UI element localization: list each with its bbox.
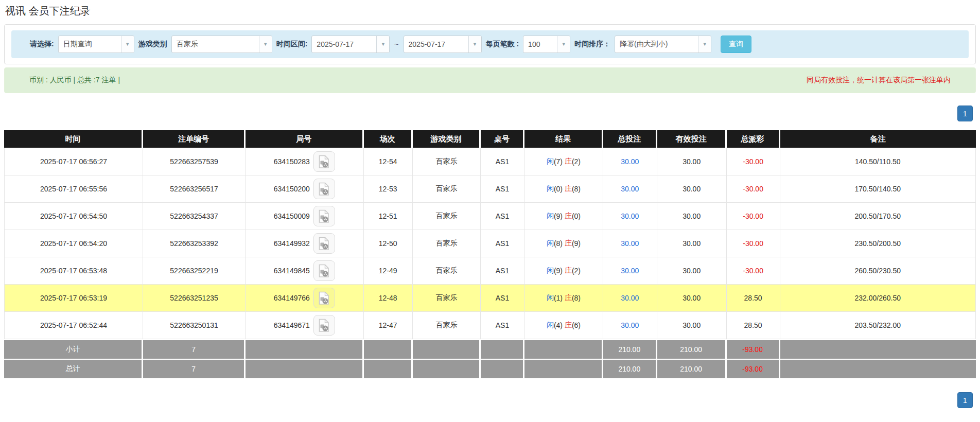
cell-result: 闲(9) 庄(2) (524, 257, 603, 285)
pagination-top: 1 (4, 106, 976, 121)
result-player-score: (4) (554, 321, 563, 329)
cell-bet-number: 522663257539 (143, 148, 246, 175)
date-from-select[interactable]: 2025-07-17 ▼ (311, 36, 390, 53)
cell-valid-bet: 30.00 (657, 257, 727, 285)
cell-time: 2025-07-17 06:52:44 (4, 312, 143, 339)
cell-table-number: AS1 (481, 285, 524, 312)
video-replay-button[interactable] (313, 179, 335, 199)
page-size-select[interactable]: 100 ▼ (523, 36, 570, 53)
result-banker: 庄 (565, 212, 572, 221)
cell-game-type: 百家乐 (413, 148, 481, 175)
page-1-button[interactable]: 1 (957, 106, 973, 121)
summary-row: 小计 7 210.00 210.00 -93.00 (4, 340, 976, 359)
result-player-score: (1) (554, 294, 563, 302)
time-sort-value: 降幂(由大到小) (615, 36, 698, 52)
query-type-label: 请选择: (30, 40, 54, 49)
cell-bet-number: 522663256517 (143, 175, 246, 203)
video-file-icon (318, 155, 330, 169)
currency-total-text: 币别 : 人民币 | 总共 :7 注单 | (29, 76, 120, 85)
notice-text: 同局有效投注，统一计算在该局第一张注单内 (807, 76, 951, 85)
query-type-select[interactable]: 日期查询 ▼ (58, 36, 134, 53)
cell-round-number: 634150200 (246, 175, 363, 203)
result-player-score: (8) (554, 239, 563, 248)
cell-payout: 28.50 (727, 285, 780, 312)
table-row: 2025-07-17 06:54:50 522663254337 6341500… (4, 203, 976, 230)
cell-result: 闲(4) 庄(6) (524, 312, 603, 339)
cell-time: 2025-07-17 06:53:19 (4, 285, 143, 312)
cell-valid-bet: 30.00 (657, 148, 727, 175)
summary-row: 总计 7 210.00 210.00 -93.00 (4, 360, 976, 378)
game-category-label: 游戏类别 (138, 40, 167, 49)
cell-total-bet: 30.00 (603, 285, 657, 312)
cell-game-type: 百家乐 (413, 312, 481, 339)
result-player: 闲 (547, 266, 554, 275)
video-replay-button[interactable] (313, 260, 335, 281)
video-replay-button[interactable] (313, 206, 335, 226)
total-bet-link[interactable]: 30.00 (621, 294, 639, 302)
cell-time: 2025-07-17 06:56:27 (4, 148, 143, 175)
result-player: 闲 (547, 212, 554, 221)
total-bet-link[interactable]: 30.00 (621, 212, 639, 220)
page-1-button[interactable]: 1 (957, 392, 973, 408)
cell-remark: 170.50/140.50 (780, 175, 976, 203)
game-category-value: 百家乐 (172, 36, 259, 52)
cell-result: 闲(1) 庄(8) (524, 285, 603, 312)
column-header: 场次 (364, 130, 413, 148)
summary-count: 7 (143, 360, 246, 378)
total-bet-link[interactable]: 30.00 (621, 185, 639, 193)
currency-summary-bar: 币别 : 人民币 | 总共 :7 注单 | 同局有效投注，统一计算在该局第一张注… (4, 67, 976, 93)
video-replay-button[interactable] (313, 315, 335, 336)
cell-remark: 260.50/230.50 (780, 257, 976, 285)
chevron-down-icon: ▼ (557, 36, 570, 52)
cell-time: 2025-07-17 06:53:48 (4, 257, 143, 285)
video-replay-button[interactable] (313, 233, 335, 254)
summary-label: 总计 (4, 360, 143, 378)
total-bet-link[interactable]: 30.00 (621, 239, 639, 248)
summary-label: 小计 (4, 340, 143, 359)
video-replay-button[interactable] (313, 151, 335, 172)
cell-table-number: AS1 (481, 257, 524, 285)
video-file-icon (318, 182, 330, 196)
column-header: 结果 (524, 130, 603, 148)
betting-records-table: 时间 注单编号 局号 场次 游戏类别 桌号 结果 总投注 有效投注 总派彩 备注… (4, 130, 976, 378)
cell-time: 2025-07-17 06:54:20 (4, 230, 143, 257)
date-to-select[interactable]: 2025-07-17 ▼ (404, 36, 482, 53)
cell-total-bet: 30.00 (603, 312, 657, 339)
cell-game-type: 百家乐 (413, 257, 481, 285)
cell-payout: -30.00 (727, 257, 780, 285)
summary-valid-bet: 210.00 (657, 340, 727, 359)
cell-remark: 200.50/170.50 (780, 203, 976, 230)
result-banker-score: (2) (572, 267, 581, 275)
cell-time: 2025-07-17 06:55:56 (4, 175, 143, 203)
cell-table-number: AS1 (481, 312, 524, 339)
video-replay-button[interactable] (313, 288, 335, 308)
chevron-down-icon: ▼ (121, 36, 134, 52)
round-number: 634149671 (274, 321, 310, 329)
total-bet-link[interactable]: 30.00 (621, 157, 639, 166)
page-size-value: 100 (523, 36, 557, 52)
cell-remark: 230.50/200.50 (780, 230, 976, 257)
cell-session: 12-48 (364, 285, 413, 312)
cell-remark: 140.50/110.50 (780, 148, 976, 175)
filter-bar: 请选择: 日期查询 ▼ 游戏类别 百家乐 ▼ 时间区间: 2025-07-17 … (11, 30, 969, 58)
cell-bet-number: 522663253392 (143, 230, 246, 257)
round-number: 634150200 (274, 185, 310, 193)
cell-bet-number: 522663252219 (143, 257, 246, 285)
cell-remark: 232.00/260.50 (780, 285, 976, 312)
page-size-label: 每页笔数 : (486, 40, 519, 49)
total-bet-link[interactable]: 30.00 (621, 267, 639, 275)
cell-game-type: 百家乐 (413, 285, 481, 312)
cell-payout: -30.00 (727, 203, 780, 230)
search-button[interactable]: 查询 (721, 36, 751, 53)
game-category-select[interactable]: 百家乐 ▼ (171, 36, 272, 53)
total-bet-link[interactable]: 30.00 (621, 321, 639, 329)
cell-total-bet: 30.00 (603, 203, 657, 230)
summary-total-bet: 210.00 (603, 340, 657, 359)
cell-payout: -30.00 (727, 148, 780, 175)
cell-time: 2025-07-17 06:54:50 (4, 203, 143, 230)
cell-result: 闲(0) 庄(8) (524, 175, 603, 203)
cell-total-bet: 30.00 (603, 230, 657, 257)
time-sort-select[interactable]: 降幂(由大到小) ▼ (615, 36, 711, 53)
column-header: 注单编号 (143, 130, 246, 148)
table-row: 2025-07-17 06:54:20 522663253392 6341499… (4, 230, 976, 257)
